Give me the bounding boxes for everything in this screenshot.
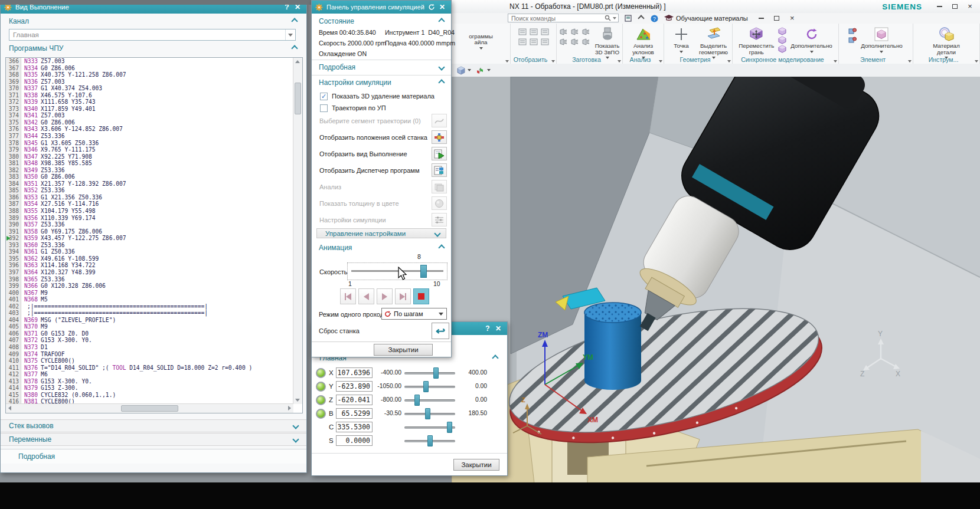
search-dropdown-icon[interactable]	[613, 17, 616, 19]
ribbon-button-дополнительно[interactable]: Дополнительно	[860, 25, 904, 54]
display-icon[interactable]	[540, 37, 550, 47]
group-dialog-launcher-icon[interactable]	[975, 60, 978, 63]
group-dialog-launcher-icon[interactable]	[834, 60, 837, 63]
channel-select[interactable]: Главная	[9, 29, 296, 41]
axis-slider[interactable]	[404, 436, 455, 446]
chevron-down-icon[interactable]	[880, 51, 883, 53]
sim-settings-section-header[interactable]: Настройки симуляции	[312, 77, 451, 88]
shaded-view-dropdown[interactable]	[456, 66, 471, 75]
ribbon-button-ограммы[interactable]: ограммы айла	[467, 25, 495, 57]
sim-panel-titlebar[interactable]: Панель управления симуляцией ✕	[312, 1, 451, 14]
axis-value-field[interactable]: 0.0000	[336, 435, 373, 446]
stop-button[interactable]	[413, 288, 429, 304]
ribbon-button-дополнительно[interactable]: Дополнительно	[789, 25, 834, 54]
checkbox-unchecked-icon[interactable]	[320, 104, 328, 112]
nc-code-listing[interactable]: 366N333Z57.003367N334G0 Z86.006368N335X4…	[5, 57, 303, 413]
exec-view-icon[interactable]	[432, 147, 447, 160]
ribbon-button-показать[interactable]: Показать 3D ЗвПО	[593, 25, 622, 60]
doc-close-button[interactable]: ×	[785, 15, 800, 22]
chevron-up-icon[interactable]	[438, 79, 445, 86]
doc-restore-button[interactable]	[769, 15, 785, 22]
machine-reset-button[interactable]: ↩	[432, 323, 449, 339]
restore-button[interactable]	[947, 2, 962, 11]
channel-section-header[interactable]: Канал	[1, 16, 306, 27]
variables-section[interactable]: Переменные	[1, 433, 306, 446]
search-input[interactable]	[508, 14, 605, 22]
group-dialog-launcher-icon[interactable]	[618, 60, 621, 63]
training-materials[interactable]: Обучающие материалы	[664, 15, 748, 22]
axis-value-field[interactable]: -623.890	[336, 381, 373, 392]
axis-slider-track[interactable]	[404, 372, 455, 375]
minimize-ribbon-icon[interactable]	[636, 14, 646, 23]
axis-slider[interactable]	[404, 409, 455, 419]
axis-slider-thumb[interactable]	[433, 367, 439, 379]
axis-slider[interactable]	[404, 423, 455, 432]
axis-value-field[interactable]: 107.6396	[336, 367, 373, 378]
ribbon-button-материал[interactable]: Материал детали	[932, 25, 961, 60]
speed-slider[interactable]	[347, 262, 447, 280]
chevron-down-icon[interactable]	[438, 64, 445, 70]
featstack-icon[interactable]	[848, 27, 857, 35]
search-icon[interactable]	[605, 15, 611, 21]
details-footer-tab[interactable]: Подробная	[1, 449, 306, 464]
detail-section-header[interactable]: Подробная	[312, 62, 451, 73]
nozzle-icon[interactable]	[558, 37, 569, 47]
checkbox-3d-material-removal[interactable]: ✓ Показать 3D удаление материала	[320, 91, 435, 101]
group-dialog-launcher-icon[interactable]	[659, 60, 662, 63]
window-mode-icon[interactable]	[623, 14, 633, 23]
play-button[interactable]	[377, 288, 393, 304]
axis-slider-thumb[interactable]	[414, 395, 420, 406]
machine-axes-icon[interactable]	[432, 130, 447, 144]
nozzle-icon[interactable]	[569, 37, 580, 47]
program-manager-icon[interactable]	[432, 163, 447, 177]
display-icon[interactable]	[540, 27, 550, 37]
chevron-down-icon[interactable]	[292, 422, 299, 429]
axis-slider[interactable]	[404, 382, 455, 392]
orient-view-dropdown[interactable]	[476, 66, 491, 75]
nozzle-icon[interactable]	[558, 27, 569, 37]
ribbon-group-name[interactable]: Анализ	[623, 56, 658, 63]
chevron-up-icon[interactable]	[291, 18, 298, 24]
nozzle-icon[interactable]	[580, 27, 591, 37]
group-dialog-launcher-icon[interactable]	[505, 60, 509, 63]
ribbon-button-переместить[interactable]: Переместить грань	[737, 25, 775, 56]
syncstack-icon[interactable]	[778, 45, 787, 53]
viewport-3d[interactable]: ZM YM XM Z Y Z X	[452, 77, 980, 484]
nozzle-icon[interactable]	[569, 27, 580, 37]
step-forward-button[interactable]	[395, 288, 411, 304]
chevron-down-icon[interactable]	[292, 436, 299, 442]
axis-value-field[interactable]: 335.5300	[336, 422, 373, 432]
ribbon-group-name[interactable]: Синхронное моделирование	[733, 56, 832, 63]
ribbon-group-name[interactable]: Геометрия	[664, 56, 726, 63]
sim-panel-close-dialog-button[interactable]: Закрытии	[374, 344, 433, 356]
chevron-down-icon[interactable]	[439, 313, 443, 316]
display-icon[interactable]	[517, 27, 528, 37]
ribbon-button-точка[interactable]: Точка	[667, 25, 695, 54]
group-dialog-launcher-icon[interactable]	[727, 60, 731, 63]
checkbox-toolpath[interactable]: Траектория по УП	[320, 103, 386, 113]
chevron-down-icon[interactable]	[285, 29, 295, 40]
call-stack-section[interactable]: Стек вызовов	[1, 419, 306, 432]
chevron-up-icon[interactable]	[291, 45, 298, 51]
group-dialog-launcher-icon[interactable]	[908, 60, 912, 63]
horizontal-scroll-thumb[interactable]	[121, 405, 178, 412]
close-button[interactable]: ×	[962, 2, 978, 11]
ribbon-group-name[interactable]: Инструм...	[913, 56, 974, 63]
axis-panel-close-button[interactable]: ✕	[493, 324, 504, 333]
chevron-down-icon[interactable]	[680, 51, 683, 53]
chevron-up-icon[interactable]	[492, 354, 498, 361]
step-first-button[interactable]	[340, 288, 356, 304]
nozzle-icon[interactable]	[580, 37, 591, 47]
axis-panel-help-button[interactable]: ?	[482, 324, 493, 333]
axis-panel-close-dialog-button[interactable]: Закрытии	[453, 459, 499, 471]
axis-slider-thumb[interactable]	[427, 435, 433, 446]
speed-slider-thumb[interactable]	[420, 265, 427, 278]
vertical-scroll-thumb[interactable]	[295, 83, 301, 114]
chevron-down-icon[interactable]	[434, 230, 440, 237]
display-icon[interactable]	[528, 27, 539, 37]
help-icon[interactable]: ?	[649, 14, 659, 23]
single-pass-mode-select[interactable]: По шагам	[381, 308, 447, 320]
display-icon[interactable]	[517, 37, 528, 47]
manage-settings-bar[interactable]: Управление настройками	[316, 228, 446, 238]
axis-slider-thumb[interactable]	[425, 408, 430, 419]
